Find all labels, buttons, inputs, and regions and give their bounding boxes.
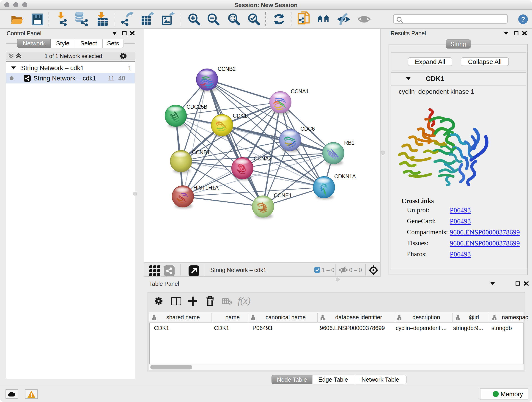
svg-text:CDK1: CDK1 <box>233 113 247 119</box>
svg-text:CDC25B: CDC25B <box>186 104 207 110</box>
svg-text:CDKN1A: CDKN1A <box>334 173 356 179</box>
svg-text:CCNB1: CCNB1 <box>192 149 210 155</box>
svg-text:CCNA1: CCNA1 <box>291 89 309 95</box>
svg-text:CCNA2: CCNA2 <box>254 156 272 162</box>
svg-text:HIST1H1A: HIST1H1A <box>193 185 219 191</box>
svg-text:CCNB2: CCNB2 <box>218 66 235 72</box>
svg-text:CCNE1: CCNE1 <box>274 192 292 198</box>
svg-text:?: ? <box>521 15 525 23</box>
svg-text:RB1: RB1 <box>344 140 355 146</box>
svg-text:CDC6: CDC6 <box>300 126 315 132</box>
